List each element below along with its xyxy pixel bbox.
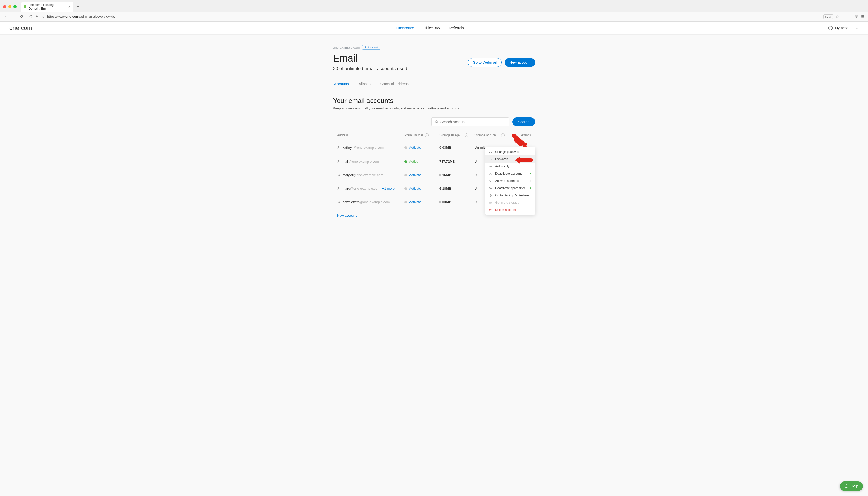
svg-rect-14	[490, 152, 491, 153]
more-aliases[interactable]: +1 more	[382, 187, 395, 190]
svg-point-4	[830, 27, 831, 28]
card-icon	[489, 201, 492, 204]
tab-accounts[interactable]: Accounts	[333, 79, 350, 89]
storage-value: 6.18MB	[439, 187, 474, 190]
email-local: newsletters	[343, 200, 360, 204]
browser-tab[interactable]: one.com : Hosting, Domain, Em ×	[21, 2, 73, 12]
activate-link[interactable]: Activate	[409, 187, 421, 190]
trash-icon	[489, 208, 492, 212]
col-addon[interactable]: Storage add-on	[474, 134, 496, 137]
person-icon	[337, 187, 341, 190]
person-icon	[337, 200, 341, 204]
user-icon	[828, 26, 833, 30]
url-text: https://www.one.com/admin/mail/overview.…	[47, 15, 115, 18]
svg-point-22	[338, 201, 339, 202]
email-domain: @one-example.com	[354, 146, 384, 150]
block-icon	[489, 187, 492, 190]
svg-point-15	[490, 173, 491, 174]
active-label: Active	[409, 160, 418, 164]
clock-icon	[489, 194, 492, 197]
status-dot	[405, 146, 407, 149]
person-icon	[337, 146, 341, 149]
menu-delete-account[interactable]: Delete account	[485, 206, 535, 214]
tab-aliases[interactable]: Aliases	[358, 79, 372, 89]
favicon-icon	[24, 5, 27, 8]
email-domain: @one-example.com	[360, 200, 390, 204]
activate-link[interactable]: Activate	[409, 200, 421, 204]
shield-icon[interactable]	[29, 15, 33, 18]
svg-point-20	[338, 174, 339, 175]
info-icon[interactable]: i	[465, 134, 469, 137]
app-header: one.com Dashboard Office 365 Referrals M…	[0, 21, 868, 35]
nav-referrals[interactable]: Referrals	[449, 26, 464, 30]
page-subtitle: 20 of unlimited email accounts used	[333, 66, 407, 72]
search-input[interactable]	[441, 120, 506, 124]
svg-point-5	[435, 121, 437, 123]
info-icon[interactable]: i	[425, 134, 429, 137]
pocket-icon[interactable]	[854, 15, 858, 18]
nav-office365[interactable]: Office 365	[423, 26, 440, 30]
tab-title: one.com : Hosting, Domain, Em	[29, 3, 66, 10]
lock-icon[interactable]	[35, 15, 38, 18]
col-premium: Premium Mail	[405, 134, 423, 137]
zoom-level[interactable]: 80 %	[823, 14, 833, 19]
search-icon	[435, 120, 438, 124]
minimize-window-button[interactable]	[8, 5, 11, 8]
chevron-down-icon: ⌄	[855, 26, 859, 30]
status-dot	[405, 187, 407, 190]
close-tab-icon[interactable]: ×	[68, 5, 70, 9]
new-account-button[interactable]: New account	[505, 58, 535, 67]
table-row: kathryn@one-example.com Activate 0.03MB …	[333, 140, 535, 155]
info-icon[interactable]: i	[501, 134, 505, 137]
account-label: My account	[835, 26, 853, 30]
section-desc: Keep an overview of all your email accou…	[333, 106, 535, 110]
forward-button[interactable]: →	[11, 14, 17, 19]
chevron-down-icon: ⌄	[461, 134, 463, 137]
menu-activate-sanebox[interactable]: Activate sanebox	[485, 177, 535, 185]
menu-icon[interactable]: ☰	[861, 14, 864, 19]
menu-change-password[interactable]: Change password	[485, 148, 535, 155]
person-icon	[337, 173, 341, 177]
storage-value: 717.72MB	[439, 160, 474, 164]
activate-link[interactable]: Activate	[409, 173, 421, 177]
back-button[interactable]: ←	[4, 14, 9, 19]
account-menu[interactable]: My account ⌄	[828, 26, 859, 30]
col-storage[interactable]: Storage usage	[439, 134, 460, 137]
section-title: Your email accounts	[333, 97, 535, 105]
search-button[interactable]: Search	[512, 118, 535, 126]
email-domain: @one-example.com	[349, 160, 379, 164]
chevron-down-icon: ⌄	[349, 134, 352, 137]
storage-value: 0.16MB	[439, 173, 474, 177]
menu-backup-restore[interactable]: Go to Backup & Restore	[485, 192, 535, 199]
new-tab-button[interactable]: +	[75, 4, 81, 10]
activate-link[interactable]: Activate	[409, 146, 421, 150]
reload-button[interactable]: ⟳	[19, 14, 25, 19]
tabs: Accounts Aliases Catch-all address	[333, 79, 535, 89]
bookmark-icon[interactable]: ☆	[836, 14, 839, 19]
permissions-icon[interactable]	[41, 15, 45, 18]
menu-deactivate-spam[interactable]: Deactivate spam filter	[485, 185, 535, 192]
maximize-window-button[interactable]	[14, 5, 17, 8]
logo[interactable]: one.com	[9, 25, 32, 31]
search-box	[431, 118, 509, 126]
email-local: kathryn	[343, 146, 354, 150]
lock-icon	[489, 150, 492, 153]
breadcrumb-domain: one-example.com	[333, 46, 360, 49]
status-dot	[405, 160, 407, 163]
nav-dashboard[interactable]: Dashboard	[396, 26, 414, 30]
email-local: margot	[343, 173, 353, 177]
go-to-webmail-button[interactable]: Go to Webmail	[468, 58, 502, 67]
col-address[interactable]: Address	[337, 134, 348, 137]
email-domain: @one-example.com	[353, 173, 383, 177]
svg-point-6	[338, 146, 339, 148]
reply-icon: ↩	[489, 165, 492, 168]
close-window-button[interactable]	[3, 5, 6, 8]
url-box[interactable]: https://www.one.com/admin/mail/overview.…	[27, 15, 821, 18]
annotation-arrow	[515, 156, 533, 164]
filter-icon	[489, 180, 492, 183]
menu-deactivate-account[interactable]: Deactivate account	[485, 170, 535, 177]
tab-catchall[interactable]: Catch-all address	[379, 79, 410, 89]
menu-auto-reply[interactable]: ↩ Auto-reply	[485, 163, 535, 170]
svg-point-2	[43, 17, 44, 17]
svg-point-19	[338, 160, 339, 161]
